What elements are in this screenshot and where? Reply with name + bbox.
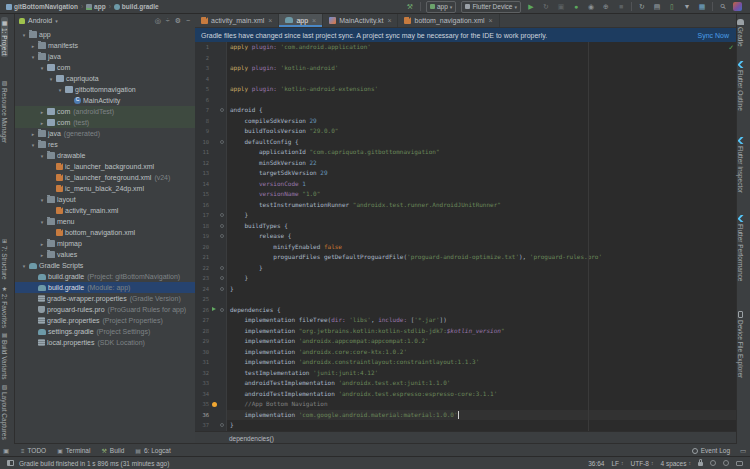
readonly-lock-icon[interactable] bbox=[698, 462, 703, 466]
code-line[interactable]: 21 proguardFiles getDefaultProguardFile(… bbox=[195, 252, 737, 263]
tree-item[interactable]: gradle.properties(Project Properties) bbox=[14, 315, 195, 326]
arrow-collapsed-icon[interactable]: ▸ bbox=[38, 120, 46, 126]
tree-item[interactable]: ▾Gradle Scripts bbox=[14, 260, 195, 271]
fold-marker-icon[interactable] bbox=[220, 224, 224, 228]
tree-item[interactable]: ▾menu bbox=[14, 216, 195, 227]
editor-tab-mainactivity-kt[interactable]: MainActivity.kt× bbox=[323, 13, 398, 27]
fold-marker-icon[interactable] bbox=[220, 266, 224, 270]
code-line[interactable]: 38 bbox=[195, 431, 737, 432]
close-icon[interactable]: × bbox=[312, 17, 316, 24]
arrow-collapsed-icon[interactable]: ▸ bbox=[29, 131, 37, 137]
arrow-collapsed-icon[interactable]: ▸ bbox=[38, 252, 46, 258]
code-line[interactable]: 29 implementation 'androidx.appcompat:ap… bbox=[195, 336, 737, 347]
code-line[interactable]: 8 compileSdkVersion 29 bbox=[195, 116, 737, 127]
highlighting-level-icon[interactable] bbox=[710, 460, 716, 466]
code-line[interactable]: 6 bbox=[195, 95, 737, 106]
tree-item[interactable]: MainActivity bbox=[14, 95, 195, 106]
tree-item[interactable]: ▾res bbox=[14, 139, 195, 150]
tree-item[interactable]: ▾layout bbox=[14, 194, 195, 205]
tool-window-button-terminal[interactable]: ▣Terminal bbox=[57, 447, 90, 454]
code-line[interactable]: 3apply plugin: 'kotlin-android' bbox=[195, 63, 737, 74]
tool-strip-button-layout-captures[interactable]: ▧Layout Captures bbox=[1, 381, 8, 442]
breadcrumb-scope[interactable]: dependencies() bbox=[229, 435, 274, 442]
code-line[interactable]: 9 buildToolsVersion "29.0.0" bbox=[195, 126, 737, 137]
code-line[interactable]: 33 androidTestImplementation 'androidx.t… bbox=[195, 378, 737, 389]
intention-bulb-icon[interactable] bbox=[212, 402, 217, 407]
code-line[interactable]: 7android { bbox=[195, 105, 737, 116]
editor-tab-bottom-navigation-xml[interactable]: bottom_navigation.xml× bbox=[398, 13, 499, 27]
encoding-widget[interactable]: UTF-8↕ bbox=[631, 460, 654, 467]
code-line[interactable]: 26dependencies { bbox=[195, 305, 737, 316]
code-line[interactable]: 35 //App Bottom Navigation bbox=[195, 399, 737, 410]
locate-file-button[interactable]: ◎ bbox=[155, 17, 161, 25]
run-config-select[interactable]: app▾ bbox=[426, 1, 456, 13]
arrow-expanded-icon[interactable]: ▾ bbox=[38, 219, 46, 225]
tool-strip-button-flutter-outline[interactable]: Flutter Outline bbox=[737, 59, 744, 113]
code-line[interactable]: 12 minSdkVersion 22 bbox=[195, 158, 737, 169]
arrow-expanded-icon[interactable]: ▾ bbox=[56, 87, 64, 93]
breadcrumb-item[interactable]: build.gradle bbox=[114, 3, 159, 10]
tree-item[interactable]: ic_launcher_background.xml bbox=[14, 161, 195, 172]
tool-strip-button-1-project[interactable]: ▦1: Project bbox=[1, 17, 8, 57]
code-line[interactable]: 23 } bbox=[195, 273, 737, 284]
tool-strip-button-2-favorites[interactable]: ★2: Favorites bbox=[1, 283, 8, 330]
indent-widget[interactable]: 4 spaces↕ bbox=[660, 460, 691, 467]
tool-strip-button-gradle[interactable]: Gradle bbox=[737, 17, 744, 49]
code-line[interactable]: 20 minifyEnabled false bbox=[195, 242, 737, 253]
arrow-expanded-icon[interactable]: ▾ bbox=[29, 54, 37, 60]
profiler-button[interactable]: ◉ bbox=[586, 0, 596, 13]
run-task-icon[interactable] bbox=[212, 307, 216, 311]
code-line[interactable]: 32 testImplementation 'junit:junit:4.12' bbox=[195, 368, 737, 379]
code-line[interactable]: 27 implementation fileTree(dir: 'libs', … bbox=[195, 315, 737, 326]
fold-marker-icon[interactable] bbox=[220, 287, 224, 291]
tool-strip-button-flutter-inspector[interactable]: Flutter Inspector bbox=[737, 135, 744, 195]
tree-item[interactable]: settings.gradle(Project Settings) bbox=[14, 326, 195, 337]
tool-window-switcher-icon[interactable]: ▣ bbox=[3, 447, 9, 455]
sync-gradle-button[interactable]: ↻ bbox=[637, 0, 647, 13]
code-editor[interactable]: 1apply plugin: 'com.android.application'… bbox=[195, 42, 737, 431]
editor-tab-activity-main-xml[interactable]: activity_main.xml× bbox=[195, 13, 279, 27]
stop-button[interactable]: ■ bbox=[616, 0, 626, 13]
editor-tab-app[interactable]: app× bbox=[279, 13, 323, 27]
code-line[interactable]: 17 } bbox=[195, 210, 737, 221]
tree-item[interactable]: ▸mipmap bbox=[14, 238, 195, 249]
code-line[interactable]: 5apply plugin: 'kotlin-android-extension… bbox=[195, 84, 737, 95]
tree-item[interactable]: ▸values bbox=[14, 249, 195, 260]
device-select[interactable]: Flutter Device▾ bbox=[461, 1, 521, 13]
apply-changes-button[interactable]: ↻ bbox=[541, 0, 551, 13]
arrow-expanded-icon[interactable]: ▾ bbox=[20, 32, 28, 38]
tree-item[interactable]: bottom_navigation.xml bbox=[14, 227, 195, 238]
sync-now-link[interactable]: Sync Now bbox=[697, 32, 729, 39]
code-line[interactable]: 4 bbox=[195, 74, 737, 85]
tree-item[interactable]: activity_main.xml bbox=[14, 205, 195, 216]
breadcrumb-item[interactable]: app bbox=[86, 3, 106, 10]
settings-button[interactable]: ⚙ bbox=[175, 17, 181, 25]
project-view-selector[interactable]: Android bbox=[28, 17, 52, 24]
attach-debugger-button[interactable]: ⊕ bbox=[601, 0, 611, 13]
apply-code-changes-button[interactable]: ▣ bbox=[556, 0, 566, 13]
arrow-expanded-icon[interactable]: ▾ bbox=[38, 153, 46, 159]
arrow-expanded-icon[interactable]: ▾ bbox=[29, 142, 37, 148]
fold-marker-icon[interactable] bbox=[220, 423, 224, 427]
fold-marker-icon[interactable] bbox=[220, 308, 224, 312]
tree-item[interactable]: build.gradle(Project: gitBottomNavigatio… bbox=[14, 271, 195, 282]
tree-item[interactable]: ▾java bbox=[14, 51, 195, 62]
tool-window-button-6-logcat[interactable]: ▤6: Logcat bbox=[135, 447, 170, 454]
code-line[interactable]: 31 implementation 'androidx.constraintla… bbox=[195, 357, 737, 368]
notifications-icon[interactable] bbox=[723, 460, 729, 466]
close-icon[interactable]: × bbox=[268, 17, 272, 24]
fold-marker-icon[interactable] bbox=[220, 276, 224, 280]
arrow-expanded-icon[interactable]: ▾ bbox=[38, 65, 46, 71]
debug-button[interactable]: ● bbox=[571, 0, 581, 13]
tree-item[interactable]: gradle-wrapper.properties(Gradle Version… bbox=[14, 293, 195, 304]
inspections-ok-icon[interactable]: ✓ bbox=[728, 44, 734, 52]
arrow-collapsed-icon[interactable]: ▸ bbox=[38, 109, 46, 115]
avatar[interactable] bbox=[733, 2, 742, 11]
tool-strip-button-resource-manager[interactable]: ▨Resource Manager bbox=[1, 77, 8, 145]
close-icon[interactable]: × bbox=[387, 17, 391, 24]
code-line[interactable]: 16 testInstrumentationRunner "androidx.t… bbox=[195, 200, 737, 211]
tool-window-button-todo[interactable]: ≡TODO bbox=[21, 447, 46, 454]
tree-item[interactable]: ▾app bbox=[14, 29, 195, 40]
event-log-button[interactable]: Event Log bbox=[692, 447, 730, 454]
code-line[interactable]: 2 bbox=[195, 53, 737, 64]
